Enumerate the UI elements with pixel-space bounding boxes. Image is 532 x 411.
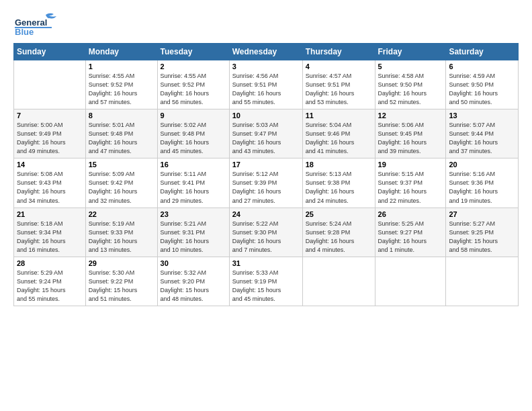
calendar-cell: [446, 257, 519, 306]
day-info: Sunrise: 5:30 AMSunset: 9:22 PMDaylight:…: [89, 269, 154, 304]
calendar-cell: [14, 60, 86, 109]
weekday-header: Tuesday: [157, 44, 229, 60]
calendar-cell: [375, 257, 446, 306]
calendar-cell: 24Sunrise: 5:22 AMSunset: 9:30 PMDayligh…: [229, 208, 302, 257]
day-info: Sunrise: 5:24 AMSunset: 9:28 PMDaylight:…: [306, 220, 372, 255]
day-number: 17: [232, 161, 300, 169]
logo-svg: General Blue: [13, 11, 67, 38]
calendar-row: 14Sunrise: 5:08 AMSunset: 9:43 PMDayligh…: [14, 158, 519, 208]
calendar-row: 21Sunrise: 5:18 AMSunset: 9:34 PMDayligh…: [14, 208, 519, 257]
calendar-cell: 19Sunrise: 5:15 AMSunset: 9:37 PMDayligh…: [375, 158, 446, 208]
calendar-cell: 23Sunrise: 5:21 AMSunset: 9:31 PMDayligh…: [157, 208, 229, 257]
day-info: Sunrise: 5:25 AMSunset: 9:27 PMDaylight:…: [378, 220, 443, 255]
calendar-cell: 15Sunrise: 5:09 AMSunset: 9:42 PMDayligh…: [85, 158, 157, 208]
day-info: Sunrise: 5:03 AMSunset: 9:47 PMDaylight:…: [232, 121, 300, 156]
day-number: 29: [89, 259, 154, 267]
calendar-cell: 28Sunrise: 5:29 AMSunset: 9:24 PMDayligh…: [14, 257, 86, 306]
weekday-header: Monday: [85, 44, 157, 60]
calendar-cell: 27Sunrise: 5:27 AMSunset: 9:25 PMDayligh…: [446, 208, 519, 257]
page: General Blue SundayMondayTuesdayWednesda…: [0, 0, 532, 313]
day-info: Sunrise: 4:55 AMSunset: 9:52 PMDaylight:…: [161, 72, 226, 107]
calendar-cell: 31Sunrise: 5:33 AMSunset: 9:19 PMDayligh…: [229, 257, 302, 306]
weekday-header: Thursday: [302, 44, 375, 60]
calendar-cell: 11Sunrise: 5:04 AMSunset: 9:46 PMDayligh…: [302, 109, 375, 158]
day-number: 9: [161, 111, 226, 120]
calendar-cell: 30Sunrise: 5:32 AMSunset: 9:20 PMDayligh…: [157, 257, 229, 306]
calendar-cell: 10Sunrise: 5:03 AMSunset: 9:47 PMDayligh…: [229, 109, 302, 158]
weekday-header: Friday: [375, 44, 446, 60]
day-info: Sunrise: 5:11 AMSunset: 9:41 PMDaylight:…: [161, 170, 226, 205]
weekday-header: Saturday: [446, 44, 519, 60]
day-info: Sunrise: 4:55 AMSunset: 9:52 PMDaylight:…: [89, 72, 154, 107]
calendar-row: 28Sunrise: 5:29 AMSunset: 9:24 PMDayligh…: [14, 257, 519, 306]
calendar-cell: 21Sunrise: 5:18 AMSunset: 9:34 PMDayligh…: [14, 208, 86, 257]
calendar-cell: 20Sunrise: 5:16 AMSunset: 9:36 PMDayligh…: [446, 158, 519, 208]
day-number: 4: [306, 62, 372, 71]
logo: General Blue: [13, 11, 67, 38]
calendar-cell: 26Sunrise: 5:25 AMSunset: 9:27 PMDayligh…: [375, 208, 446, 257]
day-info: Sunrise: 5:02 AMSunset: 9:48 PMDaylight:…: [161, 121, 226, 156]
day-number: 6: [449, 62, 515, 71]
calendar-cell: 2Sunrise: 4:55 AMSunset: 9:52 PMDaylight…: [157, 60, 229, 109]
day-number: 26: [378, 210, 443, 218]
header: General Blue: [13, 11, 519, 38]
day-number: 23: [161, 210, 226, 218]
day-info: Sunrise: 4:56 AMSunset: 9:51 PMDaylight:…: [232, 72, 300, 107]
day-number: 11: [306, 111, 372, 120]
day-number: 1: [89, 62, 154, 71]
day-info: Sunrise: 5:18 AMSunset: 9:34 PMDaylight:…: [17, 220, 83, 255]
day-info: Sunrise: 5:16 AMSunset: 9:36 PMDaylight:…: [449, 170, 515, 205]
day-info: Sunrise: 4:57 AMSunset: 9:51 PMDaylight:…: [306, 72, 372, 107]
day-number: 10: [232, 111, 300, 120]
day-number: 20: [449, 161, 515, 169]
day-number: 19: [378, 161, 443, 169]
day-info: Sunrise: 5:32 AMSunset: 9:20 PMDaylight:…: [161, 269, 226, 304]
calendar-cell: 29Sunrise: 5:30 AMSunset: 9:22 PMDayligh…: [85, 257, 157, 306]
day-number: 5: [378, 62, 443, 71]
day-number: 22: [89, 210, 154, 218]
day-info: Sunrise: 5:15 AMSunset: 9:37 PMDaylight:…: [378, 170, 443, 205]
calendar-cell: 16Sunrise: 5:11 AMSunset: 9:41 PMDayligh…: [157, 158, 229, 208]
calendar-cell: 17Sunrise: 5:12 AMSunset: 9:39 PMDayligh…: [229, 158, 302, 208]
day-info: Sunrise: 4:58 AMSunset: 9:50 PMDaylight:…: [378, 72, 443, 107]
day-number: 27: [449, 210, 515, 218]
calendar-cell: 6Sunrise: 4:59 AMSunset: 9:50 PMDaylight…: [446, 60, 519, 109]
day-info: Sunrise: 5:09 AMSunset: 9:42 PMDaylight:…: [89, 170, 154, 205]
day-number: 28: [17, 259, 83, 267]
day-number: 3: [232, 62, 300, 71]
calendar-row: 7Sunrise: 5:00 AMSunset: 9:49 PMDaylight…: [14, 109, 519, 158]
calendar-cell: 25Sunrise: 5:24 AMSunset: 9:28 PMDayligh…: [302, 208, 375, 257]
day-info: Sunrise: 5:27 AMSunset: 9:25 PMDaylight:…: [449, 220, 515, 255]
day-info: Sunrise: 5:06 AMSunset: 9:45 PMDaylight:…: [378, 121, 443, 156]
header-row: SundayMondayTuesdayWednesdayThursdayFrid…: [14, 44, 519, 60]
day-number: 24: [232, 210, 300, 218]
day-info: Sunrise: 5:04 AMSunset: 9:46 PMDaylight:…: [306, 121, 372, 156]
svg-text:General: General: [15, 17, 47, 28]
day-number: 8: [89, 111, 154, 120]
calendar-cell: 13Sunrise: 5:07 AMSunset: 9:44 PMDayligh…: [446, 109, 519, 158]
weekday-header: Sunday: [14, 44, 86, 60]
day-number: 7: [17, 111, 83, 120]
calendar-cell: 9Sunrise: 5:02 AMSunset: 9:48 PMDaylight…: [157, 109, 229, 158]
calendar-cell: 18Sunrise: 5:13 AMSunset: 9:38 PMDayligh…: [302, 158, 375, 208]
day-info: Sunrise: 5:22 AMSunset: 9:30 PMDaylight:…: [232, 220, 300, 255]
day-info: Sunrise: 5:33 AMSunset: 9:19 PMDaylight:…: [232, 269, 300, 304]
day-number: 2: [161, 62, 226, 71]
calendar-row: 1Sunrise: 4:55 AMSunset: 9:52 PMDaylight…: [14, 60, 519, 109]
calendar-cell: 3Sunrise: 4:56 AMSunset: 9:51 PMDaylight…: [229, 60, 302, 109]
calendar-cell: 7Sunrise: 5:00 AMSunset: 9:49 PMDaylight…: [14, 109, 86, 158]
day-number: 25: [306, 210, 372, 218]
calendar-cell: 12Sunrise: 5:06 AMSunset: 9:45 PMDayligh…: [375, 109, 446, 158]
day-info: Sunrise: 4:59 AMSunset: 9:50 PMDaylight:…: [449, 72, 515, 107]
calendar-cell: 22Sunrise: 5:19 AMSunset: 9:33 PMDayligh…: [85, 208, 157, 257]
calendar-cell: 4Sunrise: 4:57 AMSunset: 9:51 PMDaylight…: [302, 60, 375, 109]
day-number: 12: [378, 111, 443, 120]
day-info: Sunrise: 5:07 AMSunset: 9:44 PMDaylight:…: [449, 121, 515, 156]
day-info: Sunrise: 5:21 AMSunset: 9:31 PMDaylight:…: [161, 220, 226, 255]
day-number: 18: [306, 161, 372, 169]
day-info: Sunrise: 5:01 AMSunset: 9:48 PMDaylight:…: [89, 121, 154, 156]
day-number: 15: [89, 161, 154, 169]
calendar-cell: 5Sunrise: 4:58 AMSunset: 9:50 PMDaylight…: [375, 60, 446, 109]
day-info: Sunrise: 5:08 AMSunset: 9:43 PMDaylight:…: [17, 170, 83, 205]
calendar-cell: 14Sunrise: 5:08 AMSunset: 9:43 PMDayligh…: [14, 158, 86, 208]
